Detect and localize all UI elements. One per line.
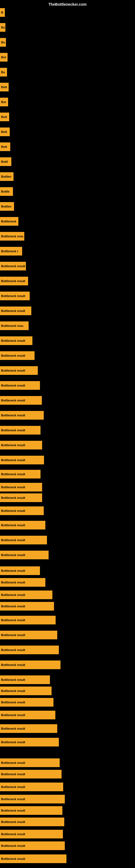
bar-label: Bottleneck result bbox=[1, 648, 25, 652]
bar-label: Bottleneck result bbox=[1, 429, 25, 432]
bottleneck-result-bar: Bottleneck result bbox=[0, 590, 52, 599]
bottleneck-result-bar: Bottleneck result bbox=[0, 336, 32, 345]
bar-label: Bottleneck result bbox=[1, 689, 25, 692]
bar-label: Bottleneck result bbox=[1, 458, 25, 462]
bar-label: Bot bbox=[1, 56, 6, 59]
bar-label: Bottleneck result bbox=[1, 604, 25, 608]
bar-label: Bottleneck result bbox=[1, 785, 25, 788]
bar-label: Bottleneck result bbox=[1, 618, 25, 622]
bottleneck-result-bar: Bottleneck result bbox=[0, 698, 53, 707]
bottleneck-result-bar: Bottleneck result bbox=[0, 536, 47, 545]
site-title: TheBottlenecker.com bbox=[48, 2, 87, 6]
bottleneck-result-bar: Bottleneck result bbox=[0, 631, 57, 639]
bottleneck-result-bar: Bottleneck result bbox=[0, 806, 62, 815]
bar-label: Bottleneck result bbox=[1, 820, 25, 824]
bar-label: Bottleneck result bbox=[1, 593, 25, 596]
bottleneck-result-bar: Bo bbox=[0, 68, 7, 76]
bottleneck-result-bar: B bbox=[0, 8, 5, 17]
bottleneck-result-bar: Bottleneck result bbox=[0, 307, 31, 315]
bar-label: Bottleneck result bbox=[1, 713, 25, 717]
bar-label: Bottleneck result bbox=[1, 844, 25, 847]
bottleneck-result-bar: Bottleneck result bbox=[0, 291, 30, 300]
bar-label: B bbox=[1, 11, 3, 14]
bottleneck-result-bar: Bottleneck result bbox=[0, 758, 60, 767]
bottleneck-result-bar: Bottleneck result bbox=[0, 262, 26, 271]
bar-label: Bottlen bbox=[1, 205, 11, 208]
bar-label: Bottleneck result bbox=[1, 309, 25, 312]
bottleneck-result-bar: Bottleneck result bbox=[0, 738, 59, 746]
bar-label: Bottleneck result bbox=[1, 354, 25, 357]
bar-label: Bottleneck result bbox=[1, 399, 25, 402]
bottleneck-result-bar: Bottle bbox=[0, 187, 13, 196]
bar-label: Bot bbox=[1, 100, 6, 104]
bottleneck-result-bar: Bott bbox=[0, 127, 10, 136]
bar-label: Bottleneck resu bbox=[1, 235, 24, 238]
bar-label: Bottleneck result bbox=[1, 569, 25, 572]
bottleneck-result-bar: Bottleneck resu bbox=[0, 321, 29, 330]
bottleneck-result-bar: Bo bbox=[0, 38, 6, 46]
bottleneck-result-bar: Bottleneck result bbox=[0, 711, 55, 719]
bottleneck-result-bar: Bott bbox=[0, 113, 9, 121]
bottleneck-result-bar: Bot bbox=[0, 98, 8, 106]
bottleneck-result-bar: Bottleneck result bbox=[0, 855, 66, 863]
bottleneck-result-bar: Bottleneck result bbox=[0, 686, 52, 695]
bar-label: Bottleneck result bbox=[1, 472, 25, 476]
bar-label: Bottleneck result bbox=[1, 369, 25, 372]
bottleneck-result-bar: Bottleneck result bbox=[0, 506, 44, 515]
bottleneck-result-bar: Bottleneck result bbox=[0, 724, 57, 733]
bar-label: Bottleneck result bbox=[1, 443, 25, 447]
bar-label: Bottleneck result bbox=[1, 339, 25, 342]
bottleneck-result-bar: Bottleneck result bbox=[0, 841, 65, 850]
bar-label: Bottleneck result bbox=[1, 294, 25, 298]
bar-label: Bottleneck result bbox=[1, 798, 25, 801]
bar-label: Bott bbox=[1, 86, 7, 89]
bottleneck-result-bar: Bottleneck result bbox=[0, 817, 64, 826]
bottleneck-result-bar: Bottleneck result bbox=[0, 551, 49, 559]
bar-label: Bottleneck result bbox=[1, 524, 25, 527]
bar-label: Bottleneck result bbox=[1, 279, 25, 283]
bottleneck-result-bar: Bottleneck result bbox=[0, 351, 35, 360]
bottleneck-result-bar: Bottleneck result bbox=[0, 782, 63, 791]
bar-label: Bo bbox=[1, 41, 5, 44]
bottleneck-result-bar: Bottleneck result bbox=[0, 675, 50, 684]
bar-label: Bott bbox=[1, 145, 7, 148]
bottleneck-result-bar: Bot bbox=[0, 53, 8, 62]
bottleneck-result-bar: Bottleneck resu bbox=[0, 232, 24, 241]
bar-label: Bottleneck result bbox=[1, 678, 25, 681]
bottleneck-result-bar: Bottleneck r bbox=[0, 247, 22, 255]
bottleneck-result-bar: Bottleneck result bbox=[0, 411, 44, 420]
bar-label: Bottleneck result bbox=[1, 857, 25, 860]
bar-label: Bottleneck result bbox=[1, 741, 25, 744]
bar-label: Bottlen bbox=[1, 175, 11, 178]
bar-label: Bottleneck result bbox=[1, 553, 25, 557]
bottleneck-result-bar: Bottleneck result bbox=[0, 770, 61, 778]
bar-label: Bottleneck result bbox=[1, 701, 25, 704]
bar-label: Bottleneck result bbox=[1, 809, 25, 812]
bottleneck-result-bar: Bottleneck result bbox=[0, 646, 59, 654]
bottleneck-result-bar: Bottleneck result bbox=[0, 602, 54, 611]
bottleneck-result-bar: Bottleneck result bbox=[0, 441, 42, 450]
bar-label: Bottleneck result bbox=[1, 384, 25, 387]
bar-label: Bottleneck result bbox=[1, 414, 25, 417]
bar-label: Bottleneck result bbox=[1, 663, 25, 666]
bottleneck-result-bar: Bottleneck result bbox=[0, 483, 42, 492]
bottleneck-result-bar: Bottleneck result bbox=[0, 578, 45, 587]
bottleneck-result-bar: Bottleneck result bbox=[0, 660, 60, 669]
bottleneck-result-bar: Bottleneck result bbox=[0, 381, 40, 390]
bar-label: Bottleneck result bbox=[1, 727, 25, 730]
bottleneck-result-bar: Bottleneck result bbox=[0, 795, 65, 803]
bottleneck-result-bar: Bottleneck result bbox=[0, 493, 42, 502]
bar-label: Bottleneck resu bbox=[1, 324, 24, 328]
bar-label: Bott bbox=[1, 115, 7, 119]
bar-label: Bottleneck result bbox=[1, 538, 25, 542]
bar-label: Bott bbox=[1, 130, 7, 133]
bottleneck-result-bar: Bottleneck result bbox=[0, 456, 44, 464]
bar-label: Bottleneck result bbox=[1, 265, 25, 268]
bottleneck-result-bar: Bottleneck result bbox=[0, 566, 40, 575]
bottleneck-result-bar: Bottleneck result bbox=[0, 426, 41, 435]
bottleneck-result-bar: Bottleneck result bbox=[0, 366, 38, 375]
bar-label: Bottleneck result bbox=[1, 833, 25, 836]
bottleneck-result-bar: Bottlen bbox=[0, 172, 13, 181]
bar-label: Bottleneck result bbox=[1, 761, 25, 764]
bar-label: Bottleneck result bbox=[1, 486, 25, 489]
